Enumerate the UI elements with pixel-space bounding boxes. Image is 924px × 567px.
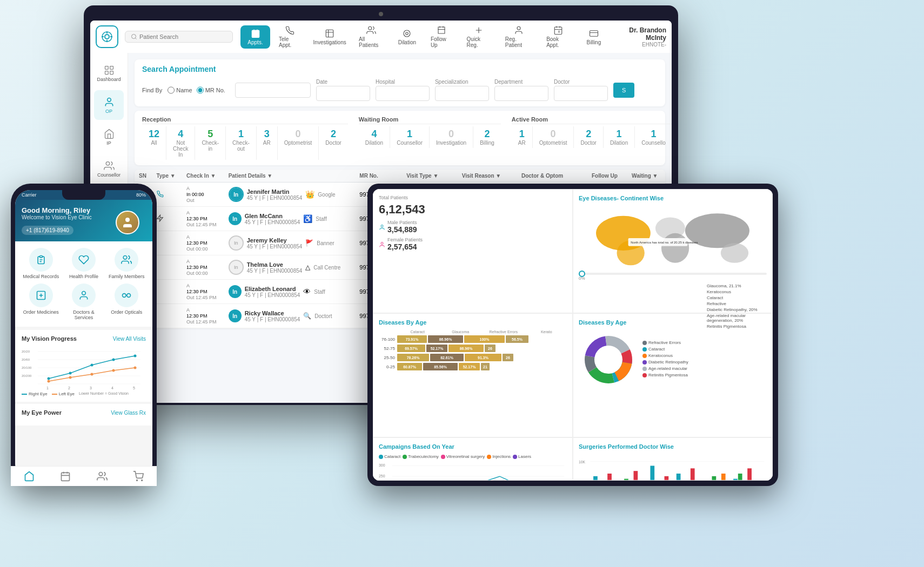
svg-point-33: [69, 372, 72, 375]
cell-checkin: A 12:30 PM Out 00:00: [182, 255, 224, 280]
nav-calendar[interactable]: [60, 471, 71, 480]
svg-point-15: [106, 161, 110, 165]
svg-rect-109: [691, 468, 695, 481]
phone-bottom-nav: [15, 466, 152, 480]
svg-point-52: [381, 242, 383, 245]
icon-medical-records[interactable]: Medical Records: [22, 248, 60, 279]
donut-legend: Refractive Errors Cataract Keratoconus: [642, 340, 688, 379]
stat-notcheckin: 4Not Check In: [166, 126, 195, 160]
svg-rect-17: [39, 256, 42, 258]
stat-optometrist-a: 0Optometrist: [533, 126, 574, 148]
icon-family-members[interactable]: Family Members: [108, 248, 146, 279]
nav-item-regpatient[interactable]: Reg. Patient: [500, 22, 538, 51]
waiting-header: Waiting Room: [359, 116, 501, 124]
svg-text:2: 2: [68, 386, 70, 389]
col-type: Type ▼: [152, 170, 182, 183]
reception-header: Reception: [142, 116, 348, 124]
sidebar-item-op[interactable]: OP: [94, 90, 124, 120]
phone-avatar: [116, 211, 139, 234]
view-glass-rx-link[interactable]: View Glass Rx: [111, 410, 146, 416]
donut-chart: Refractive Errors Cataract Keratoconus: [579, 330, 767, 389]
clinic-name: EHNOTE-: [612, 42, 666, 48]
campaign-legend: Cataract Trabeculectomy Vitreoretinal su…: [379, 454, 567, 459]
specialization-field: Specialization: [435, 79, 489, 101]
sidebar-label-counsellor: Counsellor: [97, 172, 120, 178]
phone-notch: [62, 190, 105, 200]
nav-people[interactable]: [97, 471, 108, 480]
age-grid: Cataract Glaucoma Refractive Errors Kera…: [379, 330, 567, 370]
nav-item-quickreg[interactable]: Quick Reg.: [461, 22, 497, 51]
search-button[interactable]: S: [613, 83, 634, 98]
nav-logo: [96, 25, 118, 48]
cell-checkin: A In 00:00 Out: [182, 183, 224, 207]
col-visitreason: Visit Reason ▼: [458, 170, 517, 183]
tablet-screen: Total Patients 6,12,543 Male Patients 3,…: [373, 189, 773, 481]
nav-home[interactable]: [24, 471, 35, 480]
specialization-input[interactable]: [435, 86, 489, 101]
search-input[interactable]: [139, 33, 204, 40]
nav-item-dilation[interactable]: Dilation: [392, 25, 422, 49]
date-input[interactable]: [316, 86, 370, 101]
svg-point-48: [99, 473, 103, 476]
nav-item-followup[interactable]: Follow Up: [425, 22, 458, 51]
svg-rect-47: [62, 473, 70, 480]
svg-point-38: [69, 376, 72, 379]
sidebar-item-counsellor[interactable]: Counsellor: [94, 154, 124, 184]
icon-order-medicines[interactable]: Order Medicines: [22, 284, 60, 320]
sidebar-item-dashboard[interactable]: Dashboard: [94, 58, 124, 88]
icon-order-opticals[interactable]: Order Opticals: [108, 284, 146, 320]
hospital-input[interactable]: [376, 86, 430, 101]
radio-mr[interactable]: MR No.: [197, 83, 225, 98]
campaigns-title: Campaigns Based On Year: [379, 443, 567, 450]
doctor-field: Doctor: [554, 79, 608, 101]
active-room-stats: Active Room 1AR 0Optometrist 2Doctor 1Di…: [512, 116, 672, 160]
svg-point-14: [107, 98, 111, 102]
search-bar[interactable]: [125, 31, 233, 43]
nav-item-bookappt[interactable]: Book Appt.: [541, 22, 575, 51]
cell-checkin: A 12:30 PM Out 00:00: [182, 231, 224, 255]
doctor-input[interactable]: [554, 86, 608, 101]
nav-cart[interactable]: [133, 471, 144, 480]
svg-point-36: [134, 355, 137, 357]
nav-item-appts[interactable]: Appts.: [240, 25, 270, 49]
svg-point-0: [105, 35, 109, 39]
svg-point-20: [82, 292, 86, 295]
sidebar-item-ip[interactable]: IP: [94, 122, 124, 152]
nav-item-investigations[interactable]: Investigations: [309, 25, 350, 49]
stat-counsellor-a: 1Counsello: [635, 126, 672, 148]
svg-rect-3: [252, 30, 259, 38]
tablet-cell-age: Diseases By Age Cataract Glaucoma Refrac…: [373, 313, 573, 437]
icon-doctors-services[interactable]: Doctors & Services: [64, 284, 103, 320]
male-label: Male Patients: [387, 220, 417, 225]
male-value: 3,54,889: [387, 225, 417, 234]
vision-chart: 20/20 20/60 20/100 20/200: [22, 346, 146, 389]
icon-health-profile[interactable]: Health Profile: [64, 248, 103, 279]
tablet-cell-donut: Diseases By Age: [573, 313, 773, 437]
svg-point-51: [381, 225, 383, 227]
eye-power-title: My Eye Power: [22, 409, 62, 416]
tablet: Total Patients 6,12,543 Male Patients 3,…: [367, 184, 778, 486]
col-visittype: Visit Type ▼: [402, 170, 457, 183]
department-input[interactable]: [494, 86, 548, 101]
mr-input[interactable]: [235, 83, 311, 98]
doctor-name: Dr. Brandon McInty: [612, 26, 666, 42]
nav-item-all-patients[interactable]: All Patients: [353, 22, 389, 51]
eye-diseases-title: Eye Diseases- Continent Wise: [579, 195, 767, 201]
tablet-frame: Total Patients 6,12,543 Male Patients 3,…: [367, 184, 778, 486]
svg-point-21: [123, 294, 126, 298]
svg-rect-116: [738, 474, 742, 481]
view-all-visits-link[interactable]: View All Visits: [113, 336, 146, 342]
svg-text:20/200: 20/200: [22, 374, 32, 377]
radio-name[interactable]: Name: [168, 83, 192, 98]
nav-item-tele[interactable]: Tele Appt.: [273, 22, 306, 51]
nav-item-billing[interactable]: Billing: [579, 25, 608, 49]
cell-checkin: A 12:30 PM Out 12:45 PM: [182, 280, 224, 304]
phone-icons-grid: Medical Records Health Profile Family Me…: [15, 241, 152, 327]
cell-patient: In Ricky Wallace 45 Y | F | EHN0000854 🔍…: [224, 304, 356, 328]
svg-rect-105: [665, 476, 669, 481]
table-header-row: SN Type ▼ Check In ▼ Patient Details ▼ M…: [135, 170, 665, 183]
stat-doctor-r: 2Doctor: [319, 126, 347, 160]
sidebar-label-ip: IP: [106, 140, 111, 146]
waiting-room-stats: Waiting Room 4Dilation 1Counsellor 0Inve…: [359, 116, 501, 160]
find-by-label: Find By: [142, 87, 162, 93]
